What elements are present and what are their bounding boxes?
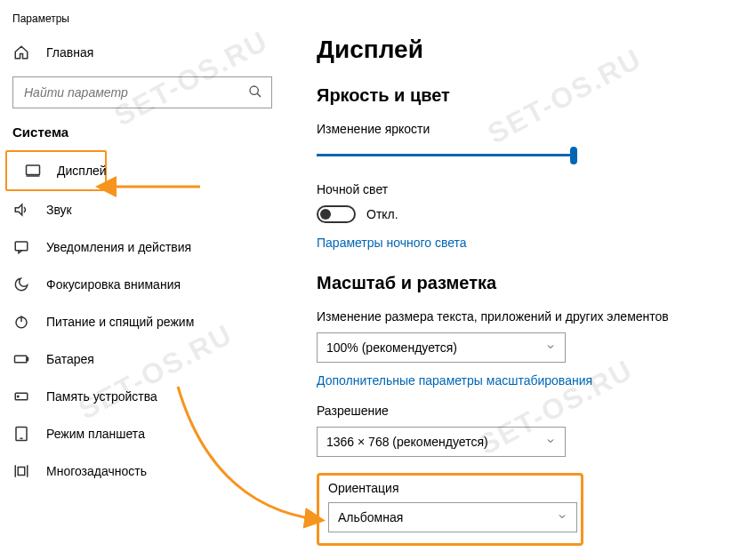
sidebar-item-label: Батарея — [46, 352, 94, 366]
focus-icon — [12, 276, 30, 293]
brightness-slider[interactable] — [317, 145, 575, 166]
display-icon — [25, 162, 41, 180]
sidebar-item-storage[interactable]: Память устройства — [0, 378, 285, 415]
toggle-knob — [320, 209, 331, 220]
sidebar-item-battery[interactable]: Батарея — [0, 340, 285, 378]
sound-icon — [12, 201, 30, 219]
night-light-state: Откл. — [366, 207, 398, 221]
advanced-scaling-link[interactable]: Дополнительные параметры масштабирования — [317, 373, 592, 388]
chevron-down-icon — [557, 510, 567, 524]
sidebar-item-sound[interactable]: Звук — [0, 191, 285, 228]
home-icon — [12, 44, 30, 61]
power-icon — [12, 313, 30, 331]
sidebar-item-display[interactable]: Дисплей — [12, 152, 105, 189]
search-icon — [248, 84, 262, 101]
sidebar-item-power[interactable]: Питание и спящий режим — [0, 303, 285, 340]
nav-home[interactable]: Главная — [0, 34, 285, 71]
night-light-settings-link[interactable]: Параметры ночного света — [317, 236, 467, 250]
sidebar-item-label: Звук — [46, 203, 72, 217]
main-panel: Дисплей Яркость и цвет Изменение яркости… — [285, 0, 756, 560]
sidebar-item-label: Многозадачность — [46, 464, 147, 478]
brightness-slider-label: Изменение яркости — [317, 122, 729, 136]
scale-size-label: Изменение размера текста, приложений и д… — [317, 309, 729, 324]
svg-rect-16 — [18, 468, 25, 476]
sidebar-item-label: Уведомления и действия — [46, 240, 191, 254]
scale-heading: Масштаб и разметка — [317, 273, 729, 293]
slider-track — [317, 154, 575, 156]
battery-icon — [12, 350, 30, 368]
sidebar-item-focus[interactable]: Фокусировка внимания — [0, 266, 285, 303]
sidebar-item-label: Память устройства — [46, 389, 157, 404]
svg-point-11 — [18, 396, 20, 397]
brightness-heading: Яркость и цвет — [317, 85, 729, 106]
sidebar-item-label: Фокусировка внимания — [46, 277, 181, 292]
notifications-icon — [12, 238, 30, 256]
orientation-select[interactable]: Альбомная — [328, 502, 577, 532]
sidebar-item-label: Питание и спящий режим — [46, 315, 194, 329]
scale-size-select[interactable]: 100% (рекомендуется) — [317, 332, 566, 363]
orientation-value: Альбомная — [338, 510, 403, 524]
sidebar: Параметры Главная Система Дисплей — [0, 0, 285, 560]
sidebar-item-notifications[interactable]: Уведомления и действия — [0, 228, 285, 266]
svg-rect-8 — [15, 356, 28, 363]
page-title: Дисплей — [317, 36, 729, 64]
window-title: Параметры — [0, 7, 285, 34]
nav-home-label: Главная — [46, 45, 93, 60]
svg-marker-4 — [15, 204, 22, 215]
resolution-value: 1366 × 768 (рекомендуется) — [326, 435, 488, 449]
night-light-toggle[interactable] — [317, 205, 356, 223]
orientation-label: Ориентация — [328, 481, 572, 495]
tablet-icon — [12, 425, 30, 443]
orientation-highlight: Ориентация Альбомная — [317, 473, 583, 546]
highlight-display: Дисплей — [5, 150, 107, 191]
scale-size-value: 100% (рекомендуется) — [326, 340, 457, 355]
sidebar-item-label: Дисплей — [57, 164, 107, 178]
slider-thumb[interactable] — [570, 147, 577, 164]
svg-rect-5 — [15, 242, 28, 251]
svg-point-0 — [250, 86, 258, 94]
sidebar-item-multitask[interactable]: Многозадачность — [0, 452, 285, 490]
sidebar-section-title: Система — [0, 124, 285, 150]
svg-rect-9 — [27, 358, 28, 361]
sidebar-item-tablet[interactable]: Режим планшета — [0, 415, 285, 452]
multitask-icon — [12, 462, 30, 480]
chevron-down-icon — [545, 340, 556, 355]
svg-line-1 — [257, 93, 261, 97]
svg-rect-2 — [27, 165, 40, 175]
resolution-select[interactable]: 1366 × 768 (рекомендуется) — [317, 427, 566, 457]
search-input-container[interactable] — [12, 76, 272, 108]
resolution-label: Разрешение — [317, 404, 729, 418]
storage-icon — [12, 388, 30, 405]
search-input[interactable] — [22, 84, 248, 100]
chevron-down-icon — [545, 435, 556, 449]
sidebar-item-label: Режим планшета — [46, 427, 145, 441]
night-light-label: Ночной свет — [317, 182, 729, 196]
